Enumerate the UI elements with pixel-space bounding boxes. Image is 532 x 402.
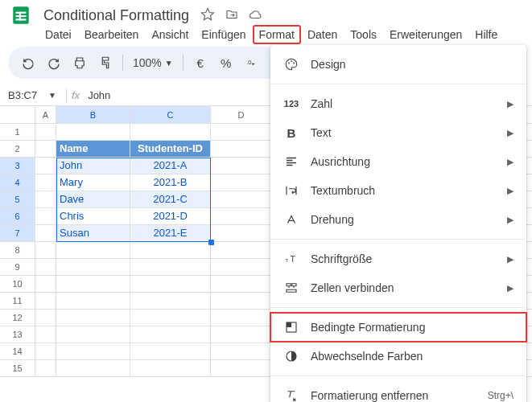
cell[interactable] <box>211 259 272 275</box>
row-header[interactable]: 10 <box>0 276 35 292</box>
format-design[interactable]: Design <box>270 50 526 79</box>
format-wrapping[interactable]: Textumbruch▶ <box>270 176 526 205</box>
cell[interactable] <box>211 208 272 224</box>
cell[interactable] <box>56 360 130 376</box>
cell[interactable] <box>211 310 272 326</box>
cell[interactable] <box>211 242 272 258</box>
row-header[interactable]: 8 <box>0 242 35 258</box>
menu-help[interactable]: Hilfe <box>468 25 504 44</box>
row-header[interactable]: 4 <box>0 174 35 191</box>
cell[interactable] <box>130 360 211 376</box>
name-box[interactable]: B3:C7▼ <box>3 89 61 101</box>
cell[interactable] <box>211 360 272 376</box>
cell[interactable]: Susan <box>56 225 130 241</box>
cell[interactable] <box>56 326 130 343</box>
cell[interactable] <box>35 141 56 157</box>
format-fontsize[interactable]: TT Schriftgröße▶ <box>270 244 526 273</box>
format-text[interactable]: B Text▶ <box>270 118 526 147</box>
cell[interactable]: 2021-A <box>130 158 211 174</box>
cell[interactable] <box>130 326 211 343</box>
document-title[interactable]: Conditional Formatting <box>39 6 194 25</box>
row-header[interactable]: 3 <box>0 158 35 174</box>
cell[interactable]: 2021-C <box>130 191 211 207</box>
cell[interactable] <box>56 343 130 359</box>
cell[interactable] <box>211 293 272 309</box>
selection-handle[interactable] <box>208 240 214 245</box>
cell[interactable]: 2021-E <box>130 225 211 241</box>
row-header[interactable]: 9 <box>0 259 35 275</box>
cell[interactable] <box>56 124 130 140</box>
cell[interactable] <box>56 310 130 326</box>
percent-button[interactable]: % <box>214 51 238 74</box>
row-header[interactable]: 13 <box>0 326 35 343</box>
col-header-d[interactable]: D <box>211 106 272 123</box>
row-header[interactable]: 5 <box>0 191 35 207</box>
format-rotation[interactable]: Drehung▶ <box>270 205 526 234</box>
cell[interactable] <box>56 276 130 292</box>
cell[interactable]: 2021-D <box>130 208 211 224</box>
menu-format[interactable]: Format <box>253 25 301 44</box>
cell[interactable] <box>211 343 272 359</box>
cell[interactable] <box>35 310 56 326</box>
cell[interactable] <box>35 293 56 309</box>
cell[interactable]: Mary <box>56 174 130 191</box>
cell[interactable] <box>35 225 56 241</box>
cell[interactable] <box>35 208 56 224</box>
paint-format-button[interactable] <box>93 51 118 74</box>
cell[interactable] <box>211 158 272 174</box>
row-header[interactable]: 6 <box>0 208 35 224</box>
cell[interactable] <box>211 191 272 207</box>
cell[interactable] <box>35 343 56 359</box>
row-header[interactable]: 1 <box>0 124 35 140</box>
col-header-a[interactable]: A <box>35 106 56 123</box>
col-header-b[interactable]: B <box>56 106 130 123</box>
row-header[interactable]: 14 <box>0 343 35 359</box>
sheets-logo[interactable] <box>8 2 34 28</box>
select-all-corner[interactable] <box>0 106 35 123</box>
cell[interactable] <box>211 225 272 241</box>
row-header[interactable]: 7 <box>0 225 35 241</box>
cell[interactable] <box>35 276 56 292</box>
cell[interactable] <box>130 124 211 140</box>
cell[interactable] <box>35 326 56 343</box>
cell[interactable] <box>35 242 56 258</box>
cell[interactable] <box>56 293 130 309</box>
format-number[interactable]: 123 Zahl▶ <box>270 89 526 118</box>
format-clear[interactable]: Formatierung entfernen Strg+\ <box>270 381 526 402</box>
menu-edit[interactable]: Bearbeiten <box>78 25 146 44</box>
menu-extensions[interactable]: Erweiterungen <box>383 25 468 44</box>
format-alternating[interactable]: Abwechselnde Farben <box>270 342 526 371</box>
cell[interactable] <box>211 326 272 343</box>
cell[interactable] <box>35 259 56 275</box>
cloud-icon[interactable] <box>249 7 263 24</box>
cell[interactable] <box>130 293 211 309</box>
cell[interactable]: Name <box>56 141 130 157</box>
cell[interactable] <box>56 242 130 258</box>
cell[interactable] <box>35 124 56 140</box>
row-header[interactable]: 15 <box>0 360 35 376</box>
format-merge[interactable]: Zellen verbinden▶ <box>270 273 526 302</box>
cell[interactable]: Chris <box>56 208 130 224</box>
move-icon[interactable] <box>225 7 239 24</box>
format-alignment[interactable]: Ausrichtung▶ <box>270 147 526 176</box>
zoom-select[interactable]: 100%▼ <box>128 56 178 69</box>
row-header[interactable]: 11 <box>0 293 35 309</box>
cell[interactable]: 2021-B <box>130 174 211 191</box>
cell[interactable] <box>211 276 272 292</box>
redo-button[interactable] <box>42 51 66 74</box>
cell[interactable] <box>211 174 272 191</box>
formula-bar[interactable]: John <box>88 89 110 101</box>
cell[interactable]: John <box>56 158 130 174</box>
star-icon[interactable] <box>200 7 215 24</box>
cell[interactable] <box>56 259 130 275</box>
cell[interactable] <box>211 124 272 140</box>
currency-button[interactable]: € <box>188 51 212 74</box>
cell[interactable] <box>35 174 56 191</box>
cell[interactable] <box>130 276 211 292</box>
row-header[interactable]: 2 <box>0 141 35 157</box>
menu-file[interactable]: Datei <box>39 25 78 44</box>
cell[interactable] <box>130 343 211 359</box>
menu-insert[interactable]: Einfügen <box>195 25 252 44</box>
print-button[interactable] <box>68 51 92 74</box>
cell[interactable]: Dave <box>56 191 130 207</box>
